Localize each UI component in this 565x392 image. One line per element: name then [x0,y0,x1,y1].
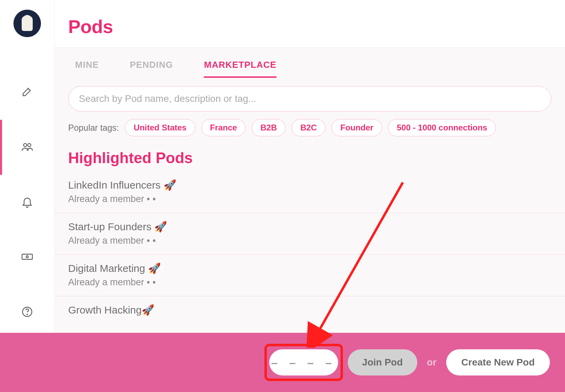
search-input[interactable] [68,86,551,112]
svg-point-1 [28,144,31,147]
people-icon [21,140,33,154]
footer-bar: – – – – Join Pod or Create New Pod [0,333,565,392]
create-new-pod-button[interactable]: Create New Pod [446,349,550,375]
highlighted-pods-title: Highlighted Pods [54,140,565,171]
tag-chip[interactable]: 500 - 1000 connections [388,119,496,136]
tag-chip[interactable]: United States [125,119,195,136]
svg-rect-2 [22,254,32,259]
list-item[interactable]: Digital Marketing 🚀 Already a member • • [54,255,565,296]
or-separator: or [427,357,437,368]
bell-icon [21,195,33,209]
pod-list: LinkedIn Influencers 🚀 Already a member … [54,171,565,324]
sidebar-item-billing[interactable] [0,230,54,285]
pod-name: Digital Marketing 🚀 [68,262,551,274]
header: Pods [54,0,565,48]
svg-point-3 [26,256,28,258]
page-title: Pods [68,16,551,37]
svg-point-5 [27,314,28,315]
money-icon [21,251,33,264]
sidebar-item-notifications[interactable] [0,175,54,230]
help-icon [21,306,33,319]
tab-pending[interactable]: PENDING [130,60,173,78]
svg-point-0 [23,144,27,147]
join-pod-button[interactable]: Join Pod [348,349,417,375]
list-item[interactable]: Start-up Founders 🚀 Already a member • • [54,213,565,255]
pod-subtext: Already a member • • [68,194,551,204]
tabs: MINE PENDING MARKETPLACE [54,48,565,78]
tab-mine[interactable]: MINE [75,60,99,78]
tag-chip[interactable]: B2B [252,119,285,136]
pod-code-input[interactable] [269,349,338,375]
pod-subtext: Already a member • • [68,277,551,288]
avatar[interactable] [13,10,41,37]
pod-name: Growth Hacking🚀 [68,304,551,316]
edit-icon [21,85,33,99]
tab-marketplace[interactable]: MARKETPLACE [204,60,276,78]
sidebar-item-help[interactable] [0,285,54,340]
sidebar-item-compose[interactable] [0,65,54,120]
pod-name: Start-up Founders 🚀 [68,221,551,233]
list-item[interactable]: LinkedIn Influencers 🚀 Already a member … [54,171,565,213]
sidebar-item-pods[interactable] [0,120,54,175]
tag-chip[interactable]: France [201,119,246,136]
tag-chip[interactable]: B2C [292,119,325,136]
tag-chip[interactable]: Founder [332,119,382,136]
popular-tags-label: Popular tags: [68,123,119,133]
popular-tags-row: Popular tags: United States France B2B B… [54,112,565,140]
pod-name: LinkedIn Influencers 🚀 [68,179,551,191]
list-item[interactable]: Growth Hacking🚀 [54,296,565,324]
pod-subtext: Already a member • • [68,235,551,246]
